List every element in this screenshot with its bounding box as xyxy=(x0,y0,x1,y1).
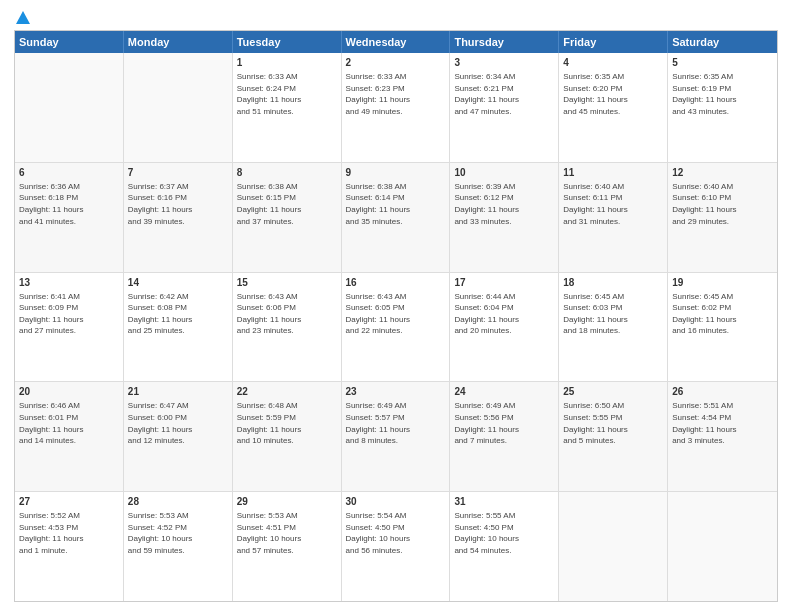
calendar-cell xyxy=(668,492,777,601)
cell-line: Daylight: 11 hours xyxy=(346,94,446,106)
day-number: 3 xyxy=(454,56,554,70)
cell-line: Sunset: 6:05 PM xyxy=(346,302,446,314)
cell-line: and 57 minutes. xyxy=(237,545,337,557)
cell-line: Sunrise: 6:42 AM xyxy=(128,291,228,303)
cell-line: Sunset: 4:54 PM xyxy=(672,412,773,424)
header-day-monday: Monday xyxy=(124,31,233,53)
calendar-cell: 15Sunrise: 6:43 AMSunset: 6:06 PMDayligh… xyxy=(233,273,342,382)
calendar-cell: 3Sunrise: 6:34 AMSunset: 6:21 PMDaylight… xyxy=(450,53,559,162)
cell-line: Sunrise: 6:40 AM xyxy=(563,181,663,193)
cell-line: Sunrise: 6:39 AM xyxy=(454,181,554,193)
cell-line: Sunrise: 5:53 AM xyxy=(237,510,337,522)
header-day-thursday: Thursday xyxy=(450,31,559,53)
day-number: 29 xyxy=(237,495,337,509)
calendar-cell: 29Sunrise: 5:53 AMSunset: 4:51 PMDayligh… xyxy=(233,492,342,601)
calendar-cell: 4Sunrise: 6:35 AMSunset: 6:20 PMDaylight… xyxy=(559,53,668,162)
cell-line: and 27 minutes. xyxy=(19,325,119,337)
calendar-row-2: 6Sunrise: 6:36 AMSunset: 6:18 PMDaylight… xyxy=(15,163,777,273)
calendar-cell: 17Sunrise: 6:44 AMSunset: 6:04 PMDayligh… xyxy=(450,273,559,382)
calendar-row-1: 1Sunrise: 6:33 AMSunset: 6:24 PMDaylight… xyxy=(15,53,777,163)
cell-line: and 22 minutes. xyxy=(346,325,446,337)
cell-line: Sunset: 6:14 PM xyxy=(346,192,446,204)
day-number: 18 xyxy=(563,276,663,290)
cell-line: Sunrise: 6:35 AM xyxy=(672,71,773,83)
calendar-body: 1Sunrise: 6:33 AMSunset: 6:24 PMDaylight… xyxy=(15,53,777,601)
header-day-wednesday: Wednesday xyxy=(342,31,451,53)
cell-line: Daylight: 10 hours xyxy=(346,533,446,545)
cell-line: Daylight: 11 hours xyxy=(237,424,337,436)
cell-line: Sunrise: 6:41 AM xyxy=(19,291,119,303)
cell-line: Sunset: 6:10 PM xyxy=(672,192,773,204)
cell-line: Sunrise: 6:45 AM xyxy=(672,291,773,303)
cell-line: Sunset: 6:09 PM xyxy=(19,302,119,314)
cell-line: Sunset: 6:23 PM xyxy=(346,83,446,95)
cell-line: and 59 minutes. xyxy=(128,545,228,557)
cell-line: and 18 minutes. xyxy=(563,325,663,337)
cell-line: Daylight: 11 hours xyxy=(672,94,773,106)
cell-line: Sunset: 6:18 PM xyxy=(19,192,119,204)
calendar-header: SundayMondayTuesdayWednesdayThursdayFrid… xyxy=(15,31,777,53)
cell-line: Sunset: 4:50 PM xyxy=(346,522,446,534)
calendar-cell: 21Sunrise: 6:47 AMSunset: 6:00 PMDayligh… xyxy=(124,382,233,491)
cell-line: Daylight: 11 hours xyxy=(454,314,554,326)
header-day-sunday: Sunday xyxy=(15,31,124,53)
header-day-tuesday: Tuesday xyxy=(233,31,342,53)
cell-line: Sunset: 5:56 PM xyxy=(454,412,554,424)
day-number: 11 xyxy=(563,166,663,180)
calendar-cell: 1Sunrise: 6:33 AMSunset: 6:24 PMDaylight… xyxy=(233,53,342,162)
day-number: 17 xyxy=(454,276,554,290)
calendar-cell xyxy=(559,492,668,601)
cell-line: Daylight: 11 hours xyxy=(672,424,773,436)
cell-line: Daylight: 11 hours xyxy=(454,424,554,436)
calendar-cell: 2Sunrise: 6:33 AMSunset: 6:23 PMDaylight… xyxy=(342,53,451,162)
cell-line: Sunset: 6:21 PM xyxy=(454,83,554,95)
cell-line: Sunrise: 6:49 AM xyxy=(454,400,554,412)
cell-line: Sunrise: 6:35 AM xyxy=(563,71,663,83)
logo xyxy=(14,10,32,24)
cell-line: and 31 minutes. xyxy=(563,216,663,228)
page: SundayMondayTuesdayWednesdayThursdayFrid… xyxy=(0,0,792,612)
day-number: 10 xyxy=(454,166,554,180)
cell-line: and 54 minutes. xyxy=(454,545,554,557)
calendar-cell: 23Sunrise: 6:49 AMSunset: 5:57 PMDayligh… xyxy=(342,382,451,491)
cell-line: Daylight: 11 hours xyxy=(237,314,337,326)
calendar-cell: 16Sunrise: 6:43 AMSunset: 6:05 PMDayligh… xyxy=(342,273,451,382)
cell-line: Sunrise: 6:38 AM xyxy=(237,181,337,193)
cell-line: Sunset: 6:03 PM xyxy=(563,302,663,314)
cell-line: Sunrise: 6:49 AM xyxy=(346,400,446,412)
day-number: 8 xyxy=(237,166,337,180)
logo-icon xyxy=(15,10,31,26)
calendar-row-5: 27Sunrise: 5:52 AMSunset: 4:53 PMDayligh… xyxy=(15,492,777,601)
cell-line: Sunrise: 6:50 AM xyxy=(563,400,663,412)
day-number: 14 xyxy=(128,276,228,290)
cell-line: Sunset: 6:20 PM xyxy=(563,83,663,95)
cell-line: Sunset: 6:24 PM xyxy=(237,83,337,95)
cell-line: Daylight: 11 hours xyxy=(346,204,446,216)
cell-line: Daylight: 11 hours xyxy=(128,314,228,326)
cell-line: Daylight: 11 hours xyxy=(563,314,663,326)
cell-line: and 12 minutes. xyxy=(128,435,228,447)
cell-line: Daylight: 11 hours xyxy=(237,94,337,106)
day-number: 20 xyxy=(19,385,119,399)
day-number: 28 xyxy=(128,495,228,509)
calendar-cell: 22Sunrise: 6:48 AMSunset: 5:59 PMDayligh… xyxy=(233,382,342,491)
header-day-friday: Friday xyxy=(559,31,668,53)
cell-line: Sunset: 6:08 PM xyxy=(128,302,228,314)
calendar-cell: 19Sunrise: 6:45 AMSunset: 6:02 PMDayligh… xyxy=(668,273,777,382)
cell-line: Sunset: 4:52 PM xyxy=(128,522,228,534)
calendar-cell: 25Sunrise: 6:50 AMSunset: 5:55 PMDayligh… xyxy=(559,382,668,491)
header-day-saturday: Saturday xyxy=(668,31,777,53)
cell-line: Sunset: 4:51 PM xyxy=(237,522,337,534)
calendar-cell: 7Sunrise: 6:37 AMSunset: 6:16 PMDaylight… xyxy=(124,163,233,272)
calendar-cell: 11Sunrise: 6:40 AMSunset: 6:11 PMDayligh… xyxy=(559,163,668,272)
calendar-cell: 27Sunrise: 5:52 AMSunset: 4:53 PMDayligh… xyxy=(15,492,124,601)
cell-line: Daylight: 11 hours xyxy=(346,314,446,326)
day-number: 26 xyxy=(672,385,773,399)
cell-line: Sunset: 6:04 PM xyxy=(454,302,554,314)
cell-line: Sunrise: 6:38 AM xyxy=(346,181,446,193)
cell-line: and 10 minutes. xyxy=(237,435,337,447)
day-number: 31 xyxy=(454,495,554,509)
cell-line: and 20 minutes. xyxy=(454,325,554,337)
cell-line: Sunset: 6:12 PM xyxy=(454,192,554,204)
cell-line: and 35 minutes. xyxy=(346,216,446,228)
